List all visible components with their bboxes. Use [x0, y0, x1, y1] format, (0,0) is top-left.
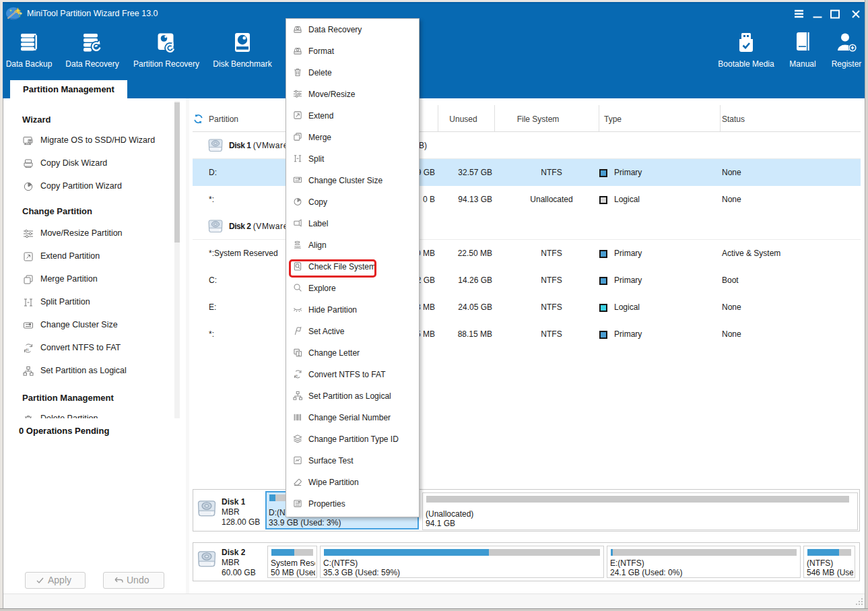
- svg-text:N: N: [296, 374, 298, 377]
- svg-text:N: N: [26, 348, 29, 352]
